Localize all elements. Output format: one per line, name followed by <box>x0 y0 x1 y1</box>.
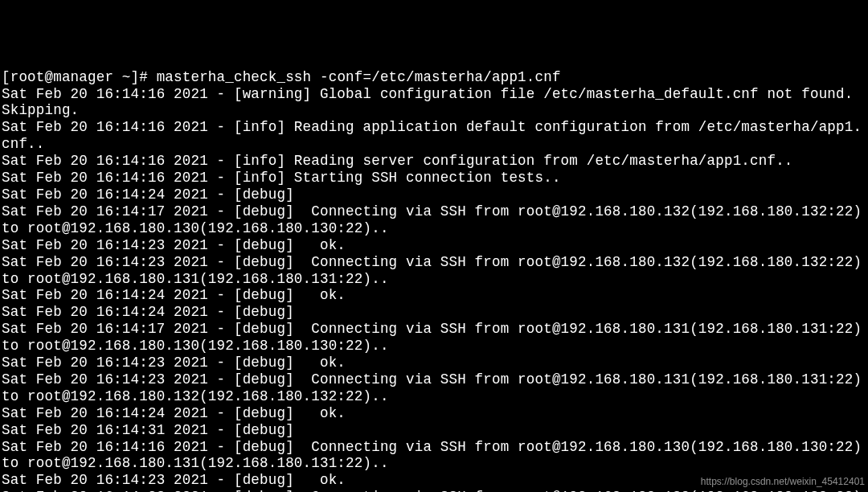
output-line: Sat Feb 20 16:14:24 2021 - [debug] <box>2 304 303 320</box>
output-line: Sat Feb 20 16:14:23 2021 - [debug] ok. <box>2 355 346 371</box>
output-line: Sat Feb 20 16:14:24 2021 - [debug] ok. <box>2 287 346 303</box>
shell-prompt: [root@manager ~]# <box>2 69 157 85</box>
output-line: Sat Feb 20 16:14:23 2021 - [debug] ok. <box>2 472 346 488</box>
output-line: Sat Feb 20 16:14:16 2021 - [info] Starti… <box>2 170 561 186</box>
output-line: Sat Feb 20 16:14:31 2021 - [debug] <box>2 422 303 438</box>
terminal-output[interactable]: [root@manager ~]# masterha_check_ssh -co… <box>2 69 868 492</box>
watermark-text: https://blog.csdn.net/weixin_45412401 <box>701 474 865 490</box>
output-line: Sat Feb 20 16:14:17 2021 - [debug] Conne… <box>2 321 868 354</box>
output-line: Sat Feb 20 16:14:17 2021 - [debug] Conne… <box>2 203 868 236</box>
output-line: Sat Feb 20 16:14:23 2021 - [debug] ok. <box>2 237 346 253</box>
output-line: Sat Feb 20 16:14:16 2021 - [warning] Glo… <box>2 86 862 119</box>
output-line: Sat Feb 20 16:14:23 2021 - [debug] Conne… <box>2 254 868 287</box>
output-line: Sat Feb 20 16:14:16 2021 - [debug] Conne… <box>2 439 868 472</box>
output-line: Sat Feb 20 16:14:23 2021 - [debug] Conne… <box>2 371 868 404</box>
output-line: Sat Feb 20 16:14:16 2021 - [info] Readin… <box>2 119 862 152</box>
output-line: Sat Feb 20 16:14:24 2021 - [debug] <box>2 187 303 203</box>
output-line: Sat Feb 20 16:14:16 2021 - [info] Readin… <box>2 153 793 169</box>
command-text: masterha_check_ssh -conf=/etc/masterha/a… <box>157 69 561 85</box>
output-line: Sat Feb 20 16:14:24 2021 - [debug] ok. <box>2 405 346 421</box>
